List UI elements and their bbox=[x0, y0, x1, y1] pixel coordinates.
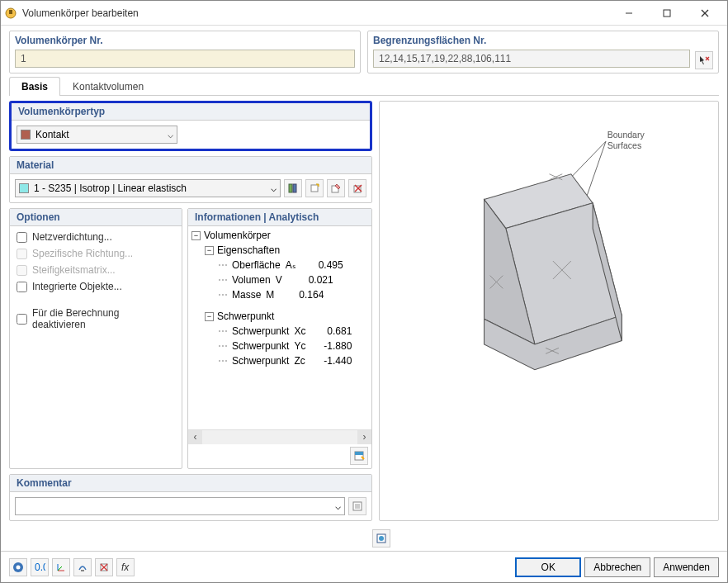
solid-type-label: Volumenkörpertyp bbox=[12, 103, 370, 121]
material-delete-button[interactable] bbox=[348, 179, 366, 197]
solid-type-swatch bbox=[21, 130, 31, 140]
tab-bar: Basis Kontaktvolumen bbox=[9, 77, 719, 96]
svg-line-42 bbox=[58, 566, 62, 571]
svg-rect-18 bbox=[355, 504, 360, 509]
comment-panel: Kommentar ⌵ bbox=[9, 474, 372, 521]
window-title: Volumenkörper bearbeiten bbox=[22, 7, 610, 19]
material-value: 1 - S235 | Isotrop | Linear elastisch bbox=[34, 182, 271, 194]
preview-label-line1: Boundary bbox=[607, 130, 645, 140]
info-units-button[interactable] bbox=[350, 447, 368, 465]
material-swatch bbox=[19, 183, 29, 193]
option-mesh-refinement[interactable]: Netzverdichtung... bbox=[17, 231, 175, 243]
titlebar: Volumenkörper bearbeiten bbox=[1, 1, 727, 26]
pick-surfaces-button[interactable] bbox=[695, 51, 713, 69]
apply-button[interactable]: Anwenden bbox=[654, 557, 719, 577]
material-panel: Material 1 - S235 | Isotrop | Linear ela… bbox=[9, 156, 372, 203]
preview-settings-button[interactable] bbox=[372, 529, 390, 547]
solid-no-label: Volumenkörper Nr. bbox=[15, 35, 355, 46]
option-integrated-objects[interactable]: Integrierte Objekte... bbox=[17, 281, 175, 292]
left-column: Volumenkörpertyp Kontakt ⌵ Material bbox=[9, 101, 372, 521]
tree-root[interactable]: −Volumenkörper bbox=[191, 228, 368, 243]
scroll-track[interactable] bbox=[202, 430, 357, 444]
tree-row-mass: ⋯MasseM0.164 bbox=[191, 287, 368, 302]
tab-kontaktvolumen[interactable]: Kontaktvolumen bbox=[60, 77, 156, 96]
tree-centroid[interactable]: −Schwerpunkt bbox=[191, 309, 368, 324]
options-info-row: Optionen Netzverdichtung... Spezifische … bbox=[9, 208, 372, 469]
options-list: Netzverdichtung... Spezifische Richtung.… bbox=[10, 226, 182, 335]
tree-row-cx: ⋯SchwerpunktXc0.681 bbox=[191, 324, 368, 339]
dialog-window: Volumenkörper bearbeiten Volumenkörper N… bbox=[0, 0, 728, 583]
tool-button-1[interactable] bbox=[73, 558, 92, 576]
info-h-scrollbar[interactable]: ‹ › bbox=[188, 429, 371, 443]
tree-row-volume: ⋯VolumenV0.021 bbox=[191, 273, 368, 287]
material-dropdown[interactable]: 1 - S235 | Isotrop | Linear elastisch ⌵ bbox=[15, 179, 281, 197]
scroll-right-icon[interactable]: › bbox=[357, 430, 371, 444]
svg-rect-9 bbox=[293, 184, 296, 192]
option-stiffness-matrix: Steifigkeitsmatrix... bbox=[17, 264, 175, 276]
solid-type-value: Kontakt bbox=[35, 129, 168, 140]
comment-label: Kommentar bbox=[10, 475, 371, 492]
svg-text:0.00: 0.00 bbox=[35, 562, 45, 573]
boundary-label: Begrenzungsflächen Nr. bbox=[373, 35, 713, 46]
svg-rect-3 bbox=[664, 10, 670, 17]
main-area: Volumenkörpertyp Kontakt ⌵ Material bbox=[1, 96, 727, 526]
preview-graphic: Boundary Surfaces bbox=[397, 102, 702, 478]
help-button[interactable] bbox=[9, 558, 27, 576]
preview-panel: Boundary Surfaces bbox=[379, 101, 719, 521]
info-panel: Informationen | Analytisch −Volumenkörpe… bbox=[187, 208, 372, 469]
svg-rect-43 bbox=[81, 570, 84, 571]
scroll-left-icon[interactable]: ‹ bbox=[188, 430, 202, 444]
comment-pick-button[interactable] bbox=[348, 497, 366, 515]
material-library-button[interactable] bbox=[284, 179, 302, 197]
axis-button[interactable] bbox=[52, 558, 70, 576]
tree-properties[interactable]: −Eigenschaften bbox=[191, 243, 368, 258]
info-tree[interactable]: −Volumenkörper −Eigenschaften ⋯Oberfläch… bbox=[188, 226, 371, 429]
option-stiff-checkbox bbox=[17, 265, 27, 276]
boundary-input[interactable]: 12,14,15,17,19,22,88,106,111 bbox=[373, 50, 690, 68]
preview-label-line2: Surfaces bbox=[607, 140, 641, 150]
svg-point-36 bbox=[379, 536, 384, 541]
solid-no-group: Volumenkörper Nr. 1 bbox=[9, 31, 361, 73]
chevron-down-icon: ⌵ bbox=[168, 129, 173, 140]
tab-basis[interactable]: Basis bbox=[9, 77, 60, 96]
options-panel: Optionen Netzverdichtung... Spezifische … bbox=[9, 208, 182, 469]
svg-text:fx: fx bbox=[121, 562, 130, 573]
tree-row-surface: ⋯OberflächeAₛ0.495 bbox=[191, 258, 368, 273]
svg-rect-8 bbox=[289, 184, 292, 192]
maximize-button[interactable] bbox=[648, 1, 686, 26]
tree-row-cz: ⋯SchwerpunktZc-1.440 bbox=[191, 353, 368, 368]
app-icon bbox=[4, 7, 17, 20]
chevron-down-icon: ⌵ bbox=[271, 182, 277, 194]
close-button[interactable] bbox=[686, 1, 724, 26]
ok-button[interactable]: OK bbox=[515, 557, 581, 577]
tabs-row: Basis Kontaktvolumen bbox=[1, 77, 727, 96]
option-intobj-checkbox[interactable] bbox=[17, 282, 27, 292]
option-deactivate-calc[interactable]: Für die Berechnung deaktivieren bbox=[17, 307, 175, 330]
comment-input[interactable]: ⌵ bbox=[15, 497, 345, 515]
top-fields-row: Volumenkörper Nr. 1 Begrenzungsflächen N… bbox=[1, 26, 727, 77]
bottom-bar: 0.00 fx OK Abbrechen Anwenden bbox=[1, 551, 727, 582]
solid-type-panel: Volumenkörpertyp Kontakt ⌵ bbox=[9, 101, 372, 151]
minimize-button[interactable] bbox=[610, 1, 648, 26]
units-button[interactable]: 0.00 bbox=[31, 558, 49, 576]
option-specific-direction: Spezifische Richtung... bbox=[17, 248, 175, 259]
svg-rect-16 bbox=[355, 452, 363, 455]
info-label: Informationen | Analytisch bbox=[188, 209, 371, 226]
function-button[interactable]: fx bbox=[116, 558, 135, 576]
dialog-content: Volumenkörper Nr. 1 Begrenzungsflächen N… bbox=[1, 26, 727, 551]
material-label: Material bbox=[10, 157, 371, 174]
svg-rect-1 bbox=[9, 10, 12, 14]
tree-row-cy: ⋯SchwerpunktYc-1.880 bbox=[191, 339, 368, 353]
material-edit-button[interactable] bbox=[327, 179, 345, 197]
cancel-button[interactable]: Abbrechen bbox=[584, 557, 650, 577]
option-mesh-checkbox[interactable] bbox=[17, 232, 27, 243]
option-deact-checkbox[interactable] bbox=[17, 314, 27, 325]
solid-type-dropdown[interactable]: Kontakt ⌵ bbox=[17, 126, 177, 144]
material-new-button[interactable] bbox=[305, 179, 324, 197]
chevron-down-icon: ⌵ bbox=[335, 500, 341, 512]
option-specdir-checkbox bbox=[17, 249, 27, 259]
tool-button-2[interactable] bbox=[95, 558, 113, 576]
options-label: Optionen bbox=[10, 209, 182, 226]
solid-no-input[interactable]: 1 bbox=[15, 50, 355, 68]
svg-rect-10 bbox=[311, 185, 318, 192]
